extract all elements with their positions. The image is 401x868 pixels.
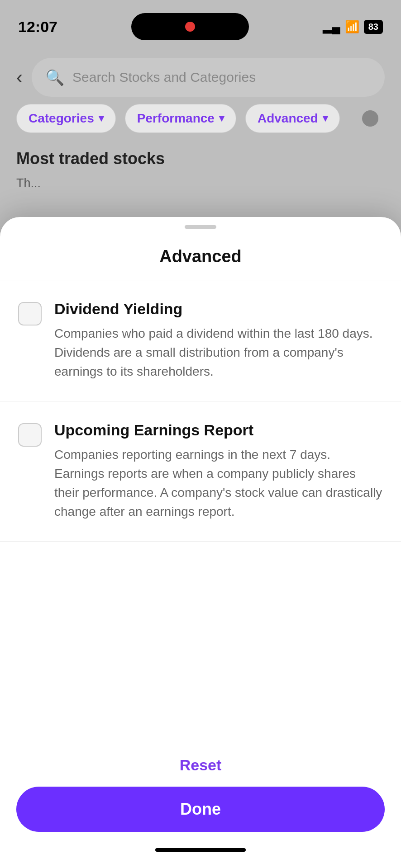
status-pill: [131, 13, 249, 40]
performance-label: Performance: [137, 111, 215, 126]
option-desc-dividend: Companies who paid a dividend within the…: [54, 324, 383, 381]
bottom-sheet: Advanced Dividend Yielding Companies who…: [0, 217, 401, 868]
option-title-dividend: Dividend Yielding: [54, 300, 383, 318]
option-desc-earnings: Companies reporting earnings in the next…: [54, 445, 383, 521]
checkbox-dividend-yielding[interactable]: [18, 302, 42, 326]
status-bar: 12:07 ▂▄ 📶 83: [0, 0, 401, 45]
done-button[interactable]: Done: [16, 787, 385, 832]
option-title-earnings: Upcoming Earnings Report: [54, 421, 383, 439]
search-icon: 🔍: [45, 68, 64, 86]
active-indicator-dot: [362, 110, 378, 127]
filter-advanced[interactable]: Advanced ▾: [245, 104, 340, 133]
option-text-earnings: Upcoming Earnings Report Companies repor…: [54, 421, 383, 521]
chevron-down-icon: ▾: [323, 113, 328, 124]
most-traded-title: Most traded stocks: [16, 149, 165, 168]
status-icons: ▂▄ 📶 83: [323, 20, 383, 34]
body-text: Th...: [16, 176, 385, 199]
wifi-icon: 📶: [345, 20, 359, 34]
recording-dot: [185, 22, 195, 32]
checkbox-icon[interactable]: [18, 423, 42, 447]
chevron-down-icon: ▾: [219, 113, 224, 124]
sheet-title: Advanced: [0, 229, 401, 280]
battery-badge: 83: [364, 20, 383, 34]
home-indicator: [155, 848, 246, 852]
checkbox-icon[interactable]: [18, 302, 42, 326]
filter-performance[interactable]: Performance ▾: [125, 104, 236, 133]
sheet-actions: Reset Done: [0, 740, 401, 868]
search-area: ‹ 🔍 Search Stocks and Categories: [0, 49, 401, 106]
option-text-dividend: Dividend Yielding Companies who paid a d…: [54, 300, 383, 381]
status-time: 12:07: [18, 18, 57, 36]
option-upcoming-earnings: Upcoming Earnings Report Companies repor…: [0, 401, 401, 542]
checkbox-upcoming-earnings[interactable]: [18, 423, 42, 447]
filter-row: Categories ▾ Performance ▾ Advanced ▾: [0, 104, 401, 133]
back-button[interactable]: ‹: [16, 66, 23, 88]
option-dividend-yielding: Dividend Yielding Companies who paid a d…: [0, 280, 401, 401]
filter-categories[interactable]: Categories ▾: [16, 104, 116, 133]
categories-label: Categories: [29, 111, 94, 126]
advanced-label: Advanced: [258, 111, 318, 126]
search-placeholder: Search Stocks and Categories: [72, 70, 256, 85]
search-bar[interactable]: 🔍 Search Stocks and Categories: [32, 58, 385, 97]
sheet-handle: [185, 225, 216, 229]
reset-button[interactable]: Reset: [0, 740, 401, 787]
signal-icon: ▂▄: [323, 20, 340, 34]
chevron-down-icon: ▾: [99, 113, 104, 124]
